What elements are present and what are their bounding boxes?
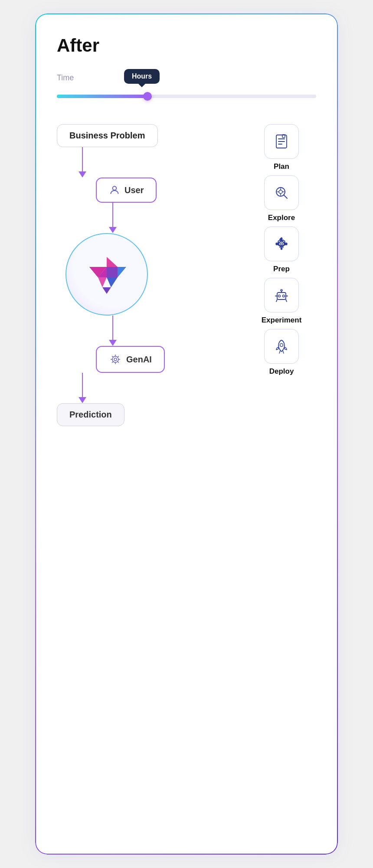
svg-point-35 — [281, 243, 283, 245]
svg-marker-8 — [98, 277, 107, 287]
deploy-label: Deploy — [269, 367, 294, 376]
prediction-segment: Prediction — [57, 403, 124, 426]
svg-point-46 — [281, 289, 282, 291]
search-zoom-icon — [273, 184, 290, 201]
settings-gear-icon — [273, 235, 290, 253]
arrow-3 — [109, 316, 117, 346]
robot-icon — [273, 286, 290, 304]
prep-label: Prep — [273, 265, 290, 273]
flow-left: Business Problem User — [57, 124, 247, 426]
arrow-1 — [79, 147, 86, 178]
business-problem-label: Business Problem — [69, 131, 145, 141]
arrow-head-4 — [79, 397, 86, 403]
svg-marker-2 — [118, 267, 126, 277]
svg-point-19 — [114, 358, 117, 361]
arrow-head-2 — [109, 227, 117, 233]
arrow-line-4 — [82, 373, 83, 397]
svg-rect-39 — [285, 243, 287, 245]
explore-icon-box — [264, 175, 299, 210]
user-node: User — [96, 178, 157, 203]
slider-fill — [57, 95, 147, 98]
svg-point-43 — [278, 295, 281, 297]
hours-tooltip: Hours — [124, 69, 160, 84]
svg-point-34 — [279, 241, 284, 247]
prep-icon-box — [264, 227, 299, 261]
business-problem-segment: Business Problem — [57, 124, 158, 147]
arrow-line-2 — [112, 203, 113, 227]
sidebar-item-prep: Prep — [264, 227, 299, 273]
genai-segment: GenAI — [96, 346, 165, 373]
prediction-label: Prediction — [69, 410, 112, 420]
arrow-line-3 — [112, 316, 113, 340]
flow-right-sidebar: Plan Explore — [247, 124, 316, 426]
svg-marker-1 — [107, 257, 118, 267]
flow-container: Business Problem User — [57, 124, 316, 426]
arrow-head-1 — [79, 171, 86, 178]
arrow-2 — [109, 203, 117, 233]
svg-point-44 — [283, 295, 285, 297]
svg-marker-9 — [102, 287, 111, 294]
deploy-icon-box — [264, 329, 299, 364]
svg-marker-4 — [107, 267, 118, 277]
experiment-icon-box — [264, 278, 299, 312]
tableau-logo — [87, 255, 126, 294]
logo-segment — [57, 233, 148, 316]
svg-rect-38 — [276, 243, 278, 245]
sidebar-item-plan: Plan — [264, 124, 299, 171]
explore-label: Explore — [268, 214, 295, 222]
page-title: After — [57, 35, 316, 56]
user-label: User — [124, 185, 144, 195]
svg-line-15 — [112, 356, 113, 357]
svg-line-47 — [276, 299, 277, 302]
genai-label: GenAI — [126, 355, 152, 365]
document-list-icon — [273, 133, 290, 150]
plan-icon-box — [264, 124, 299, 159]
time-slider-track[interactable] — [57, 95, 316, 98]
sidebar-item-deploy: Deploy — [264, 329, 299, 376]
experiment-label: Experiment — [262, 316, 302, 325]
genai-icon — [109, 353, 122, 366]
svg-point-51 — [280, 344, 283, 347]
svg-line-26 — [284, 195, 287, 198]
svg-line-16 — [118, 362, 119, 363]
arrow-line-1 — [82, 147, 83, 171]
prediction-node: Prediction — [57, 403, 124, 426]
sidebar-item-explore: Explore — [264, 175, 299, 222]
svg-marker-7 — [107, 277, 118, 287]
arrow-head-3 — [109, 340, 117, 346]
svg-point-0 — [113, 186, 117, 190]
svg-line-17 — [118, 356, 119, 357]
svg-point-27 — [279, 190, 282, 194]
user-segment: User — [96, 178, 157, 203]
slider-thumb[interactable] — [143, 92, 152, 101]
svg-point-10 — [112, 356, 118, 362]
genai-node: GenAI — [96, 346, 165, 373]
time-label: Time — [57, 73, 316, 82]
arrow-4 — [79, 373, 86, 403]
tableau-logo-svg — [87, 255, 126, 294]
user-icon — [109, 184, 120, 196]
svg-rect-37 — [281, 247, 282, 250]
svg-line-18 — [112, 362, 113, 363]
time-section: Time Hours — [57, 73, 316, 98]
svg-line-48 — [286, 299, 287, 302]
main-card: After Time Hours Business Problem — [35, 13, 338, 855]
sidebar-item-experiment: Experiment — [262, 278, 302, 325]
plan-label: Plan — [274, 162, 289, 171]
rocket-icon — [273, 338, 290, 355]
tableau-logo-circle — [65, 233, 148, 316]
business-problem-node: Business Problem — [57, 124, 158, 147]
